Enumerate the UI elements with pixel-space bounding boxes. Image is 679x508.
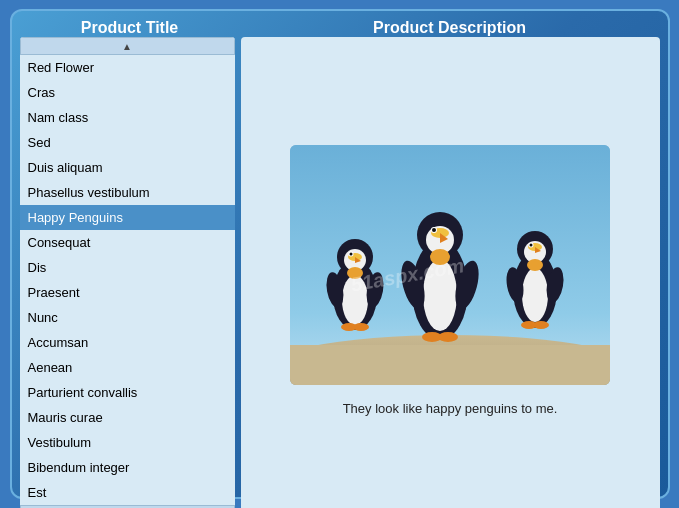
svg-rect-2: [290, 345, 610, 385]
list-item[interactable]: Vestibulum: [20, 430, 235, 455]
list-item[interactable]: Mauris curae: [20, 405, 235, 430]
list-item[interactable]: Sed: [20, 130, 235, 155]
list-item[interactable]: Dis: [20, 255, 235, 280]
list-item[interactable]: Nunc: [20, 305, 235, 330]
list-scroll-area[interactable]: Red FlowerCrasNam classSedDuis aliquamPh…: [20, 55, 235, 505]
scroll-up-button[interactable]: ▲: [20, 37, 235, 55]
product-desc-header: Product Description: [240, 19, 660, 37]
list-item[interactable]: Aenean: [20, 355, 235, 380]
content-panel: 51aspx.com They look like happy penguins…: [241, 37, 660, 508]
list-item[interactable]: Accumsan: [20, 330, 235, 355]
list-item[interactable]: Duis aliquam: [20, 155, 235, 180]
product-image: 51aspx.com: [290, 145, 610, 385]
main-area: ▲ Red FlowerCrasNam classSedDuis aliquam…: [20, 37, 660, 508]
svg-point-15: [353, 323, 369, 331]
list-item[interactable]: Red Flower: [20, 55, 235, 80]
svg-point-17: [522, 268, 548, 322]
main-container: Product Title Product Description ▲ Red …: [10, 9, 670, 499]
svg-point-24: [527, 259, 543, 271]
product-description: They look like happy penguins to me.: [343, 401, 558, 416]
svg-point-36: [432, 228, 436, 232]
list-item[interactable]: Happy Penguins: [20, 205, 235, 230]
list-item[interactable]: Bibendum integer: [20, 455, 235, 480]
header-row: Product Title Product Description: [20, 19, 660, 37]
svg-point-28: [533, 321, 549, 329]
list-item[interactable]: Est: [20, 480, 235, 505]
list-item[interactable]: Phasellus vestibulum: [20, 180, 235, 205]
list-item[interactable]: Consequat: [20, 230, 235, 255]
list-item[interactable]: Nam class: [20, 105, 235, 130]
product-title-header: Product Title: [20, 19, 240, 37]
list-item[interactable]: Praesent: [20, 280, 235, 305]
product-list-panel: ▲ Red FlowerCrasNam classSedDuis aliquam…: [20, 37, 235, 508]
svg-point-10: [350, 252, 353, 255]
svg-point-41: [438, 332, 458, 342]
list-item[interactable]: Cras: [20, 80, 235, 105]
svg-point-23: [530, 243, 533, 246]
list-item[interactable]: Parturient convallis: [20, 380, 235, 405]
